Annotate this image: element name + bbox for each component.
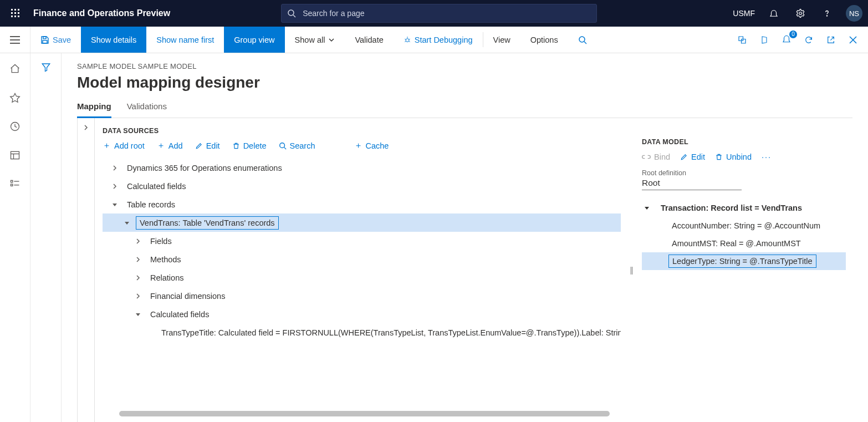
tree-node-fields[interactable]: Fields bbox=[103, 232, 621, 250]
tree-node-calc-root[interactable]: Calculated fields bbox=[103, 177, 621, 195]
funnel-icon[interactable] bbox=[41, 62, 51, 422]
cache-button[interactable]: ＋Cache bbox=[354, 140, 389, 151]
show-all-button[interactable]: Show all bbox=[285, 27, 345, 53]
chevron-down-icon[interactable] bbox=[122, 218, 131, 227]
svg-rect-17 bbox=[43, 40, 47, 43]
gear-icon[interactable] bbox=[793, 6, 808, 21]
svg-marker-27 bbox=[742, 39, 746, 43]
chevron-right-icon[interactable] bbox=[134, 255, 142, 264]
messages-badge: 0 bbox=[789, 30, 797, 38]
svg-line-28 bbox=[830, 37, 834, 40]
tree-node-vendtrans[interactable]: VendTrans: Table 'VendTrans' records bbox=[103, 213, 621, 232]
cache-label: Cache bbox=[366, 141, 389, 150]
ds-search-label: Search bbox=[290, 141, 315, 150]
ds-tree: Dynamics 365 for Operations enumerations… bbox=[103, 159, 621, 403]
tree-node-table-records[interactable]: Table records bbox=[103, 195, 621, 213]
tab-mapping[interactable]: Mapping bbox=[77, 101, 111, 118]
svg-point-18 bbox=[406, 38, 409, 42]
svg-rect-0 bbox=[11, 9, 13, 11]
start-debugging-button[interactable]: Start Debugging bbox=[394, 27, 483, 53]
dm-node-amountmst[interactable]: AmountMST: Real = @.AmountMST bbox=[642, 235, 846, 252]
more-button[interactable]: ··· bbox=[762, 152, 772, 161]
save-label: Save bbox=[53, 35, 71, 44]
messages-icon[interactable]: 0 bbox=[777, 30, 796, 49]
dm-edit-button[interactable]: Edit bbox=[680, 152, 705, 161]
edit-button[interactable]: Edit bbox=[195, 140, 220, 151]
delete-button[interactable]: Delete bbox=[232, 140, 267, 151]
show-name-first-button[interactable]: Show name first bbox=[146, 27, 224, 53]
svg-line-21 bbox=[409, 39, 410, 39]
tree-node-methods[interactable]: Methods bbox=[103, 250, 621, 268]
modules-icon[interactable] bbox=[8, 177, 22, 191]
hamburger-icon[interactable] bbox=[0, 27, 30, 53]
plus-icon: ＋ bbox=[103, 140, 111, 151]
dm-node-accountnumber[interactable]: AccountNumber: String = @.AccountNum bbox=[642, 217, 846, 235]
attachments-icon[interactable] bbox=[733, 30, 752, 49]
recent-icon[interactable] bbox=[8, 120, 22, 133]
svg-point-11 bbox=[799, 12, 802, 15]
chevron-down-icon[interactable] bbox=[110, 200, 119, 209]
add-button[interactable]: ＋Add bbox=[157, 140, 183, 151]
global-search-input[interactable] bbox=[302, 8, 591, 18]
help-icon[interactable] bbox=[819, 6, 835, 21]
svg-marker-45 bbox=[136, 313, 140, 316]
company-code[interactable]: USMF bbox=[733, 9, 755, 18]
validate-button[interactable]: Validate bbox=[345, 27, 393, 53]
add-root-button[interactable]: ＋Add root bbox=[103, 140, 145, 151]
svg-rect-33 bbox=[11, 151, 19, 159]
options-button[interactable]: Options bbox=[520, 27, 568, 53]
chevron-down-icon[interactable] bbox=[644, 205, 653, 211]
star-icon[interactable] bbox=[8, 91, 22, 104]
chevron-right-icon[interactable] bbox=[110, 182, 119, 191]
chevron-right-icon[interactable] bbox=[134, 237, 142, 246]
show-details-button[interactable]: Show details bbox=[81, 27, 146, 53]
svg-marker-26 bbox=[739, 37, 743, 41]
tree-node-financial-dimensions[interactable]: Financial dimensions bbox=[103, 287, 621, 305]
chevron-right-icon[interactable] bbox=[110, 164, 119, 172]
bind-label: Bind bbox=[654, 152, 670, 161]
tree-node-relations[interactable]: Relations bbox=[103, 268, 621, 287]
tab-validations[interactable]: Validations bbox=[127, 101, 167, 118]
svg-rect-8 bbox=[18, 16, 19, 17]
svg-line-42 bbox=[284, 147, 286, 149]
bell-icon[interactable] bbox=[766, 6, 782, 21]
unbind-button[interactable]: Unbind bbox=[715, 152, 752, 161]
start-debugging-label: Start Debugging bbox=[415, 35, 473, 44]
bind-button[interactable]: Bind bbox=[642, 152, 670, 161]
edit-label: Edit bbox=[206, 141, 220, 150]
ds-expand-handle[interactable] bbox=[77, 118, 95, 422]
tree-node-transtypetitle[interactable]: TransTypeTitle: Calculated field = FIRST… bbox=[103, 323, 621, 342]
horizontal-scrollbar[interactable] bbox=[119, 411, 610, 416]
dm-node-ledgertype[interactable]: LedgerType: String = @.TransTypeTitle bbox=[642, 252, 846, 270]
workspaces-icon[interactable] bbox=[8, 149, 22, 162]
pencil-icon bbox=[680, 153, 688, 161]
svg-point-9 bbox=[288, 10, 294, 16]
group-view-button[interactable]: Group view bbox=[224, 27, 284, 53]
svg-line-20 bbox=[405, 39, 406, 39]
save-button[interactable]: Save bbox=[30, 27, 81, 53]
refresh-icon[interactable] bbox=[799, 30, 818, 49]
splitter[interactable]: ‖ bbox=[626, 118, 636, 422]
add-label: Add bbox=[169, 141, 183, 150]
chevron-down-icon[interactable] bbox=[134, 310, 142, 319]
dm-node-transaction[interactable]: Transaction: Record list = VendTrans bbox=[642, 199, 846, 217]
tree-node-enum[interactable]: Dynamics 365 for Operations enumerations bbox=[103, 159, 621, 177]
office-icon[interactable] bbox=[755, 30, 774, 49]
close-icon[interactable] bbox=[844, 30, 862, 49]
home-icon[interactable] bbox=[8, 62, 22, 75]
root-definition-value[interactable]: Root bbox=[642, 178, 742, 190]
svg-marker-31 bbox=[11, 94, 20, 103]
ds-search-button[interactable]: Search bbox=[279, 140, 315, 151]
view-button[interactable]: View bbox=[483, 27, 520, 53]
tree-node-calc-child[interactable]: Calculated fields bbox=[103, 305, 621, 323]
delete-label: Delete bbox=[243, 141, 267, 150]
waffle-icon[interactable] bbox=[6, 3, 25, 23]
chevron-right-icon[interactable] bbox=[134, 292, 142, 301]
popout-icon[interactable] bbox=[821, 30, 840, 49]
global-search[interactable] bbox=[281, 4, 597, 23]
svg-marker-46 bbox=[645, 207, 649, 210]
chevron-right-icon[interactable] bbox=[134, 273, 142, 282]
user-avatar[interactable]: NS bbox=[846, 5, 862, 22]
find-button[interactable] bbox=[568, 27, 597, 53]
unbind-label: Unbind bbox=[726, 152, 752, 161]
